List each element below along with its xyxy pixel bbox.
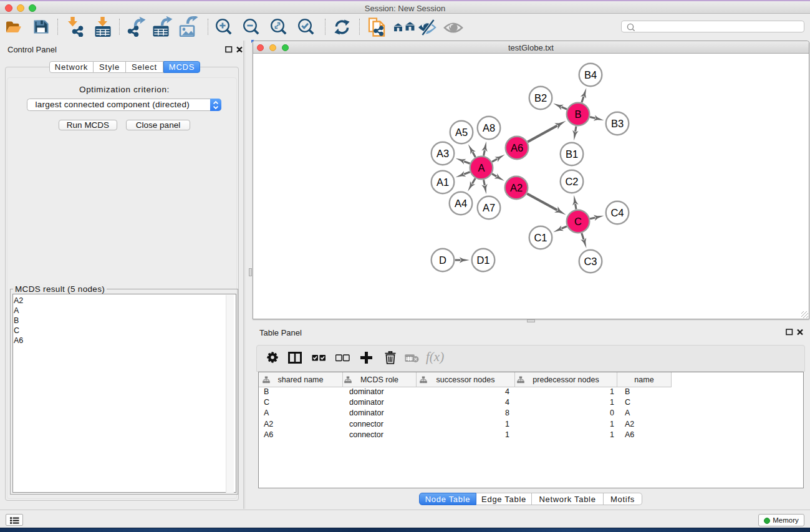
svg-text:C2: C2 [565,176,578,187]
svg-text:B4: B4 [584,69,597,80]
svg-text:D1: D1 [476,254,489,266]
svg-text:A3: A3 [436,148,449,159]
svg-text:A4: A4 [455,198,467,209]
svg-text:C1: C1 [534,232,547,243]
svg-text:C: C [574,216,582,227]
svg-text:A1: A1 [436,177,449,188]
svg-text:A8: A8 [483,122,495,133]
svg-text:D: D [439,254,446,266]
svg-text:C4: C4 [610,207,624,218]
svg-text:B: B [574,109,581,120]
svg-text:B3: B3 [611,118,624,129]
svg-text:C3: C3 [584,256,597,267]
svg-text:A7: A7 [483,202,495,213]
svg-text:A6: A6 [511,142,523,153]
svg-text:B2: B2 [534,92,547,104]
svg-text:B1: B1 [566,148,578,160]
svg-text:A5: A5 [455,127,468,138]
svg-text:A: A [478,162,485,173]
svg-text:A2: A2 [510,182,523,193]
